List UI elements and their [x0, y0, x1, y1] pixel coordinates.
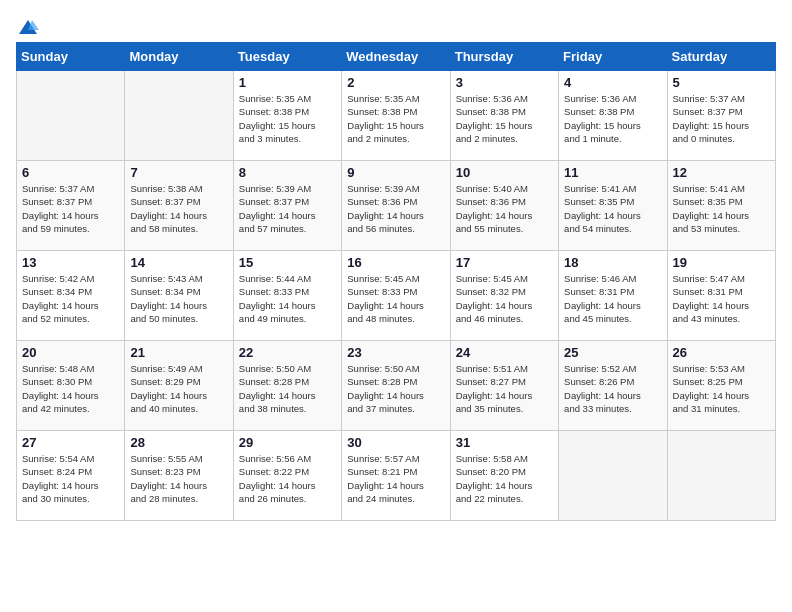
- day-cell: 28Sunrise: 5:55 AM Sunset: 8:23 PM Dayli…: [125, 431, 233, 521]
- day-number: 21: [130, 345, 227, 360]
- day-cell: [667, 431, 775, 521]
- day-number: 4: [564, 75, 661, 90]
- day-cell: 14Sunrise: 5:43 AM Sunset: 8:34 PM Dayli…: [125, 251, 233, 341]
- day-number: 22: [239, 345, 336, 360]
- day-cell: 23Sunrise: 5:50 AM Sunset: 8:28 PM Dayli…: [342, 341, 450, 431]
- day-info: Sunrise: 5:40 AM Sunset: 8:36 PM Dayligh…: [456, 182, 553, 235]
- day-info: Sunrise: 5:57 AM Sunset: 8:21 PM Dayligh…: [347, 452, 444, 505]
- day-number: 19: [673, 255, 770, 270]
- day-cell: 6Sunrise: 5:37 AM Sunset: 8:37 PM Daylig…: [17, 161, 125, 251]
- day-info: Sunrise: 5:43 AM Sunset: 8:34 PM Dayligh…: [130, 272, 227, 325]
- day-number: 27: [22, 435, 119, 450]
- week-row-3: 13Sunrise: 5:42 AM Sunset: 8:34 PM Dayli…: [17, 251, 776, 341]
- day-cell: 11Sunrise: 5:41 AM Sunset: 8:35 PM Dayli…: [559, 161, 667, 251]
- day-info: Sunrise: 5:37 AM Sunset: 8:37 PM Dayligh…: [673, 92, 770, 145]
- day-number: 30: [347, 435, 444, 450]
- day-cell: 15Sunrise: 5:44 AM Sunset: 8:33 PM Dayli…: [233, 251, 341, 341]
- header-cell-friday: Friday: [559, 43, 667, 71]
- day-info: Sunrise: 5:39 AM Sunset: 8:37 PM Dayligh…: [239, 182, 336, 235]
- day-cell: 3Sunrise: 5:36 AM Sunset: 8:38 PM Daylig…: [450, 71, 558, 161]
- day-info: Sunrise: 5:39 AM Sunset: 8:36 PM Dayligh…: [347, 182, 444, 235]
- day-info: Sunrise: 5:50 AM Sunset: 8:28 PM Dayligh…: [239, 362, 336, 415]
- header-row: SundayMondayTuesdayWednesdayThursdayFrid…: [17, 43, 776, 71]
- day-cell: 8Sunrise: 5:39 AM Sunset: 8:37 PM Daylig…: [233, 161, 341, 251]
- day-info: Sunrise: 5:53 AM Sunset: 8:25 PM Dayligh…: [673, 362, 770, 415]
- header-cell-wednesday: Wednesday: [342, 43, 450, 71]
- week-row-1: 1Sunrise: 5:35 AM Sunset: 8:38 PM Daylig…: [17, 71, 776, 161]
- week-row-2: 6Sunrise: 5:37 AM Sunset: 8:37 PM Daylig…: [17, 161, 776, 251]
- day-number: 2: [347, 75, 444, 90]
- day-cell: 7Sunrise: 5:38 AM Sunset: 8:37 PM Daylig…: [125, 161, 233, 251]
- day-number: 12: [673, 165, 770, 180]
- day-number: 3: [456, 75, 553, 90]
- day-number: 9: [347, 165, 444, 180]
- day-cell: 1Sunrise: 5:35 AM Sunset: 8:38 PM Daylig…: [233, 71, 341, 161]
- day-info: Sunrise: 5:52 AM Sunset: 8:26 PM Dayligh…: [564, 362, 661, 415]
- day-cell: 4Sunrise: 5:36 AM Sunset: 8:38 PM Daylig…: [559, 71, 667, 161]
- day-info: Sunrise: 5:49 AM Sunset: 8:29 PM Dayligh…: [130, 362, 227, 415]
- day-number: 18: [564, 255, 661, 270]
- day-cell: 5Sunrise: 5:37 AM Sunset: 8:37 PM Daylig…: [667, 71, 775, 161]
- day-number: 20: [22, 345, 119, 360]
- header-cell-monday: Monday: [125, 43, 233, 71]
- day-info: Sunrise: 5:44 AM Sunset: 8:33 PM Dayligh…: [239, 272, 336, 325]
- day-info: Sunrise: 5:58 AM Sunset: 8:20 PM Dayligh…: [456, 452, 553, 505]
- day-number: 7: [130, 165, 227, 180]
- day-cell: 2Sunrise: 5:35 AM Sunset: 8:38 PM Daylig…: [342, 71, 450, 161]
- day-cell: 18Sunrise: 5:46 AM Sunset: 8:31 PM Dayli…: [559, 251, 667, 341]
- header-cell-thursday: Thursday: [450, 43, 558, 71]
- day-cell: 22Sunrise: 5:50 AM Sunset: 8:28 PM Dayli…: [233, 341, 341, 431]
- day-info: Sunrise: 5:41 AM Sunset: 8:35 PM Dayligh…: [673, 182, 770, 235]
- day-cell: 31Sunrise: 5:58 AM Sunset: 8:20 PM Dayli…: [450, 431, 558, 521]
- day-info: Sunrise: 5:45 AM Sunset: 8:32 PM Dayligh…: [456, 272, 553, 325]
- day-cell: [17, 71, 125, 161]
- day-number: 23: [347, 345, 444, 360]
- day-number: 15: [239, 255, 336, 270]
- day-number: 28: [130, 435, 227, 450]
- day-cell: 13Sunrise: 5:42 AM Sunset: 8:34 PM Dayli…: [17, 251, 125, 341]
- day-info: Sunrise: 5:35 AM Sunset: 8:38 PM Dayligh…: [347, 92, 444, 145]
- day-cell: [125, 71, 233, 161]
- day-info: Sunrise: 5:46 AM Sunset: 8:31 PM Dayligh…: [564, 272, 661, 325]
- day-cell: [559, 431, 667, 521]
- day-number: 17: [456, 255, 553, 270]
- day-number: 1: [239, 75, 336, 90]
- week-row-4: 20Sunrise: 5:48 AM Sunset: 8:30 PM Dayli…: [17, 341, 776, 431]
- day-info: Sunrise: 5:36 AM Sunset: 8:38 PM Dayligh…: [564, 92, 661, 145]
- day-cell: 26Sunrise: 5:53 AM Sunset: 8:25 PM Dayli…: [667, 341, 775, 431]
- day-cell: 10Sunrise: 5:40 AM Sunset: 8:36 PM Dayli…: [450, 161, 558, 251]
- week-row-5: 27Sunrise: 5:54 AM Sunset: 8:24 PM Dayli…: [17, 431, 776, 521]
- day-cell: 17Sunrise: 5:45 AM Sunset: 8:32 PM Dayli…: [450, 251, 558, 341]
- header-cell-sunday: Sunday: [17, 43, 125, 71]
- header-cell-saturday: Saturday: [667, 43, 775, 71]
- day-cell: 19Sunrise: 5:47 AM Sunset: 8:31 PM Dayli…: [667, 251, 775, 341]
- day-cell: 9Sunrise: 5:39 AM Sunset: 8:36 PM Daylig…: [342, 161, 450, 251]
- day-info: Sunrise: 5:56 AM Sunset: 8:22 PM Dayligh…: [239, 452, 336, 505]
- day-number: 14: [130, 255, 227, 270]
- day-info: Sunrise: 5:45 AM Sunset: 8:33 PM Dayligh…: [347, 272, 444, 325]
- day-number: 13: [22, 255, 119, 270]
- day-cell: 21Sunrise: 5:49 AM Sunset: 8:29 PM Dayli…: [125, 341, 233, 431]
- day-cell: 27Sunrise: 5:54 AM Sunset: 8:24 PM Dayli…: [17, 431, 125, 521]
- day-number: 10: [456, 165, 553, 180]
- page-header: [16, 16, 776, 34]
- day-info: Sunrise: 5:35 AM Sunset: 8:38 PM Dayligh…: [239, 92, 336, 145]
- day-info: Sunrise: 5:36 AM Sunset: 8:38 PM Dayligh…: [456, 92, 553, 145]
- day-info: Sunrise: 5:48 AM Sunset: 8:30 PM Dayligh…: [22, 362, 119, 415]
- day-cell: 16Sunrise: 5:45 AM Sunset: 8:33 PM Dayli…: [342, 251, 450, 341]
- day-number: 5: [673, 75, 770, 90]
- day-number: 26: [673, 345, 770, 360]
- day-info: Sunrise: 5:38 AM Sunset: 8:37 PM Dayligh…: [130, 182, 227, 235]
- day-info: Sunrise: 5:50 AM Sunset: 8:28 PM Dayligh…: [347, 362, 444, 415]
- day-number: 24: [456, 345, 553, 360]
- day-cell: 20Sunrise: 5:48 AM Sunset: 8:30 PM Dayli…: [17, 341, 125, 431]
- day-number: 31: [456, 435, 553, 450]
- day-info: Sunrise: 5:55 AM Sunset: 8:23 PM Dayligh…: [130, 452, 227, 505]
- day-info: Sunrise: 5:42 AM Sunset: 8:34 PM Dayligh…: [22, 272, 119, 325]
- day-number: 16: [347, 255, 444, 270]
- day-info: Sunrise: 5:37 AM Sunset: 8:37 PM Dayligh…: [22, 182, 119, 235]
- logo-icon: [17, 16, 39, 38]
- day-number: 6: [22, 165, 119, 180]
- calendar-table: SundayMondayTuesdayWednesdayThursdayFrid…: [16, 42, 776, 521]
- day-number: 29: [239, 435, 336, 450]
